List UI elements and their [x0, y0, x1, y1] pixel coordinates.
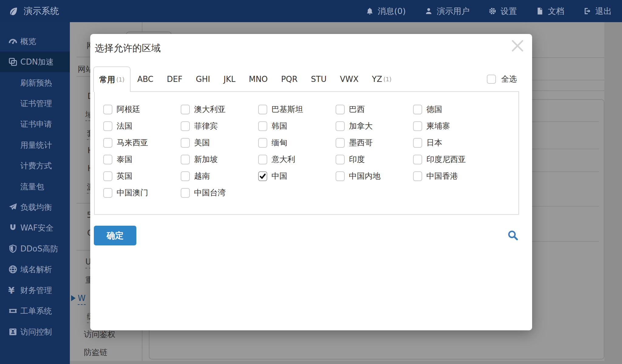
- region-label: 巴基斯坦: [272, 104, 303, 115]
- topnav-item-label: 设置: [501, 6, 517, 17]
- topnav-menu: 消息(0)演示用户设置文档退出: [366, 6, 612, 17]
- confirm-button[interactable]: 确定: [94, 226, 136, 245]
- region-checkbox[interactable]: [336, 155, 345, 164]
- region-item[interactable]: 澳大利亚: [181, 101, 258, 118]
- topnav-item-messages[interactable]: 消息(0): [366, 6, 406, 17]
- region-item[interactable]: 巴基斯坦: [258, 101, 336, 118]
- region-checkbox[interactable]: [103, 105, 112, 114]
- region-checkbox[interactable]: [413, 155, 422, 164]
- region-item[interactable]: 菲律宾: [181, 118, 258, 134]
- region-item[interactable]: 缅甸: [258, 134, 336, 151]
- region-checkbox[interactable]: [181, 121, 190, 131]
- region-checkbox[interactable]: [336, 121, 345, 131]
- region-checkbox[interactable]: [103, 171, 112, 181]
- region-item[interactable]: 意大利: [258, 151, 336, 168]
- region-item[interactable]: 柬埔寨: [413, 118, 490, 134]
- region-checkbox[interactable]: [336, 171, 345, 181]
- topnav-item-docs[interactable]: 文档: [536, 6, 564, 17]
- region-checkbox[interactable]: [258, 121, 267, 131]
- region-checkbox[interactable]: [181, 105, 190, 114]
- region-item[interactable]: 美国: [181, 134, 258, 151]
- tab-JKL[interactable]: JKL: [217, 66, 242, 92]
- tab-YZ[interactable]: YZ(1): [365, 66, 398, 92]
- region-label: 马来西亚: [117, 137, 148, 148]
- sidebar-item-billing-method[interactable]: 计费方式: [0, 155, 70, 176]
- tab-label: STU: [311, 75, 326, 84]
- tab-PQR[interactable]: PQR: [275, 66, 304, 92]
- sidebar-item-waf[interactable]: WAF安全: [0, 217, 70, 238]
- region-checkbox[interactable]: [181, 171, 190, 181]
- sidebar-item-dns[interactable]: 域名解析: [0, 259, 70, 280]
- sidebar-item-label: 计费方式: [20, 160, 52, 171]
- region-item[interactable]: 新加坡: [181, 151, 258, 168]
- region-checkbox[interactable]: [336, 138, 345, 148]
- region-checkbox[interactable]: [258, 171, 267, 181]
- region-checkbox[interactable]: [258, 155, 267, 164]
- sidebar-item-usage-stats[interactable]: 用量统计: [0, 135, 70, 155]
- region-item[interactable]: 印度: [336, 151, 413, 168]
- region-item[interactable]: 阿根廷: [103, 101, 181, 118]
- sidebar-item-refresh-prewarm[interactable]: 刷新预热: [0, 72, 70, 93]
- topnav-item-logout[interactable]: 退出: [583, 6, 612, 17]
- region-checkbox[interactable]: [413, 138, 422, 148]
- tab-MNO[interactable]: MNO: [242, 66, 274, 92]
- region-checkbox[interactable]: [258, 138, 267, 148]
- region-item[interactable]: 马来西亚: [103, 134, 181, 151]
- region-item[interactable]: 泰国: [103, 151, 181, 168]
- sidebar-item-finance[interactable]: ¥财务管理: [0, 280, 70, 301]
- region-checkbox[interactable]: [336, 105, 345, 114]
- sidebar-item-ddos[interactable]: DDoS高防: [0, 238, 70, 259]
- brand[interactable]: 演示系统: [8, 5, 59, 17]
- tab-GHI[interactable]: GHI: [189, 66, 217, 92]
- tab-STU[interactable]: STU: [304, 66, 333, 92]
- region-checkbox[interactable]: [103, 155, 112, 164]
- region-item[interactable]: 日本: [413, 134, 490, 151]
- tab-常用[interactable]: 常用(1): [93, 66, 131, 92]
- region-item[interactable]: 巴西: [336, 101, 413, 118]
- region-item[interactable]: 墨西哥: [336, 134, 413, 151]
- region-checkbox[interactable]: [181, 138, 190, 148]
- sidebar-item-overview[interactable]: 概览: [0, 31, 70, 52]
- region-checkbox[interactable]: [181, 188, 190, 198]
- tab-DEF[interactable]: DEF: [160, 66, 189, 92]
- tab-VWX[interactable]: VWX: [333, 66, 365, 92]
- region-item[interactable]: 加拿大: [336, 118, 413, 134]
- region-item[interactable]: 越南: [181, 168, 258, 184]
- region-label: 巴西: [349, 104, 365, 115]
- region-item[interactable]: 英国: [103, 168, 181, 184]
- region-checkbox[interactable]: [258, 105, 267, 114]
- region-checkbox[interactable]: [103, 121, 112, 131]
- sidebar-item-cdn[interactable]: CDN加速: [0, 52, 70, 72]
- region-checkbox[interactable]: [103, 188, 112, 198]
- sidebar-item-tickets[interactable]: 工单系统: [0, 301, 70, 321]
- region-checkbox[interactable]: [181, 155, 190, 164]
- region-item[interactable]: 中国香港: [413, 168, 490, 184]
- region-item[interactable]: 韩国: [258, 118, 336, 134]
- region-item[interactable]: 中国台湾: [181, 184, 258, 201]
- sidebar-item-cert-apply[interactable]: 证书申请: [0, 114, 70, 134]
- sidebar-item-access-control[interactable]: 访问控制: [0, 322, 70, 342]
- sidebar-item-label: 证书管理: [20, 98, 52, 109]
- sidebar-item-load-balance[interactable]: 负载均衡: [0, 197, 70, 217]
- close-icon[interactable]: [510, 38, 525, 53]
- region-item[interactable]: 中国内地: [336, 168, 413, 184]
- region-checkbox[interactable]: [103, 138, 112, 148]
- select-all-checkbox[interactable]: [487, 75, 496, 84]
- sidebar-item-cert-manage[interactable]: 证书管理: [0, 93, 70, 114]
- region-checkbox[interactable]: [413, 121, 422, 131]
- topnav-item-user[interactable]: 演示用户: [425, 6, 470, 17]
- search-icon[interactable]: [507, 229, 519, 241]
- region-item[interactable]: 德国: [413, 101, 490, 118]
- topnav-item-settings[interactable]: 设置: [488, 6, 517, 17]
- region-checkbox[interactable]: [413, 171, 422, 181]
- plane-icon: [8, 203, 18, 212]
- region-item[interactable]: 法国: [103, 118, 181, 134]
- region-label: 日本: [426, 137, 442, 148]
- region-item[interactable]: 中国澳门: [103, 184, 181, 201]
- select-all[interactable]: 全选: [487, 74, 517, 84]
- region-item[interactable]: 印度尼西亚: [413, 151, 490, 168]
- sidebar-item-traffic-package[interactable]: 流量包: [0, 176, 70, 197]
- region-checkbox[interactable]: [413, 105, 422, 114]
- tab-ABC[interactable]: ABC: [131, 66, 160, 92]
- region-item[interactable]: 中国: [258, 168, 336, 184]
